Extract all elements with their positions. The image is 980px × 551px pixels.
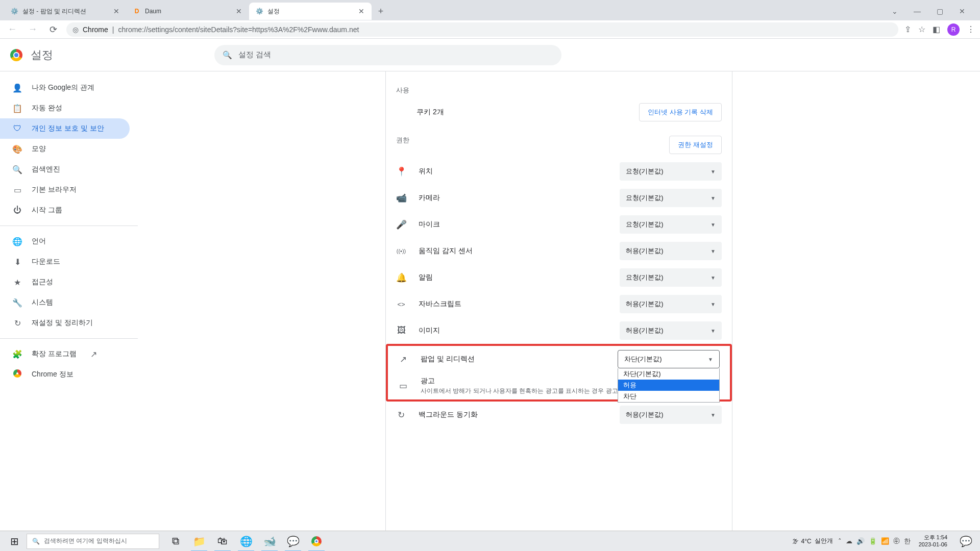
- motion-sensor-dropdown[interactable]: 허용(기본값)▼: [620, 242, 722, 260]
- battery-icon[interactable]: 🔋: [869, 537, 877, 545]
- weather-desc: 실안개: [815, 537, 833, 545]
- tab-strip: ⚙️ 설정 - 팝업 및 리디렉션 ✕ D Daum ✕ ⚙️ 설정 ✕ + ⌄…: [0, 0, 980, 20]
- sidebar-item-autofill[interactable]: 📋자동 완성: [0, 98, 130, 118]
- sidebar-item-privacy[interactable]: 🛡개인 정보 보호 및 보안: [0, 118, 130, 139]
- weather-widget[interactable]: 🌫 4°C 실안개: [792, 537, 833, 545]
- new-tab-button[interactable]: +: [374, 4, 388, 18]
- start-button[interactable]: ⊞: [4, 531, 24, 552]
- sidebar-item-reset[interactable]: ↻재설정 및 정리하기: [0, 313, 130, 333]
- maximize-button[interactable]: ▢: [932, 4, 947, 19]
- close-icon[interactable]: ✕: [112, 7, 120, 15]
- javascript-dropdown[interactable]: 허용(기본값)▼: [620, 295, 722, 313]
- image-icon: 🖼: [396, 325, 406, 336]
- tab-title: Daum: [145, 8, 231, 15]
- close-window-button[interactable]: ✕: [954, 4, 970, 19]
- volume-icon[interactable]: 🔊: [856, 537, 865, 545]
- edge-icon[interactable]: 🌐: [236, 531, 256, 552]
- dropdown-option-allow[interactable]: 허용: [618, 380, 719, 391]
- notifications-icon[interactable]: 💬: [955, 531, 976, 552]
- search-icon: 🔍: [223, 51, 232, 60]
- side-panel-icon[interactable]: ◧: [933, 24, 940, 34]
- shield-icon: 🛡: [12, 124, 22, 133]
- store-icon[interactable]: 🛍: [212, 531, 233, 552]
- tab-search-icon[interactable]: ⌄: [887, 4, 902, 19]
- sidebar-item-accessibility[interactable]: ★접근성: [0, 272, 130, 292]
- sidebar-item-downloads[interactable]: ⬇다운로드: [0, 252, 130, 272]
- chevron-down-icon: ▼: [710, 248, 716, 254]
- popups-dropdown[interactable]: 차단(기본값)▼: [618, 350, 720, 368]
- profile-button[interactable]: R: [947, 23, 960, 36]
- chevron-down-icon: ▼: [710, 302, 716, 307]
- sidebar-item-on-startup[interactable]: ⏻시작 그룹: [0, 200, 130, 220]
- reset-permissions-button[interactable]: 권한 재설정: [669, 136, 722, 154]
- notifications-dropdown[interactable]: 요청(기본값)▼: [620, 268, 722, 287]
- bg-sync-dropdown[interactable]: 허용(기본값)▼: [620, 406, 722, 424]
- sidebar-item-label: 시작 그룹: [32, 206, 62, 215]
- clock[interactable]: 오후 1:54 2023-01-06: [916, 534, 950, 547]
- tab-daum[interactable]: D Daum ✕: [127, 3, 249, 20]
- sidebar-item-label: 나와 Google의 관계: [32, 83, 94, 92]
- sidebar-item-label: 기본 브라우저: [32, 185, 77, 194]
- tab-settings-popups[interactable]: ⚙️ 설정 - 팝업 및 리디렉션 ✕: [4, 3, 127, 20]
- reload-button[interactable]: ⟳: [46, 22, 60, 37]
- time: 오후 1:54: [919, 534, 947, 541]
- chrome-taskbar-icon[interactable]: [306, 531, 327, 552]
- bookmark-icon[interactable]: ☆: [918, 24, 925, 34]
- sidebar-item-you-and-google[interactable]: 👤나와 Google의 관계: [0, 78, 130, 98]
- camera-dropdown[interactable]: 요청(기본값)▼: [620, 189, 722, 207]
- sidebar-item-label: 언어: [32, 237, 46, 246]
- minimize-button[interactable]: ―: [910, 4, 925, 19]
- wifi-icon[interactable]: 📶: [881, 537, 889, 545]
- search-icon: 🔍: [12, 165, 22, 174]
- sidebar-item-system[interactable]: 🔧시스템: [0, 292, 130, 313]
- url-separator: |: [112, 26, 114, 34]
- sidebar-item-default-browser[interactable]: ▭기본 브라우저: [0, 180, 130, 200]
- tray-expand-icon[interactable]: ˄: [838, 537, 842, 545]
- dropdown-option-block[interactable]: 차단: [618, 391, 719, 402]
- highlighted-region: ↗팝업 및 리디렉션 차단(기본값)▼ 차단(기본값) 허용 차단 ▭ 광고: [386, 344, 732, 402]
- weather-icon: 🌫: [792, 538, 798, 545]
- bell-icon: 🔔: [396, 272, 406, 283]
- close-icon[interactable]: ✕: [235, 7, 243, 15]
- clear-data-button[interactable]: 인터넷 사용 기록 삭제: [639, 103, 722, 121]
- motion-sensor-icon: ((•)): [396, 248, 406, 254]
- sidebar-item-appearance[interactable]: 🎨모양: [0, 139, 130, 159]
- kakaotalk-icon[interactable]: 💬: [283, 531, 303, 552]
- external-link-icon: ↗: [89, 349, 99, 359]
- settings-search[interactable]: 🔍 설정 검색: [214, 45, 561, 65]
- sidebar-item-languages[interactable]: 🌐언어: [0, 231, 130, 252]
- weather-temp: 4°C: [801, 538, 812, 545]
- chrome-origin-icon: ◎: [72, 26, 79, 34]
- back-button[interactable]: ←: [5, 22, 19, 37]
- gear-icon: ⚙️: [255, 7, 263, 15]
- sidebar-item-extensions[interactable]: 🧩확장 프로그램↗: [0, 344, 130, 364]
- sidebar-item-label: 확장 프로그램: [32, 349, 77, 359]
- onedrive-icon[interactable]: ☁: [846, 537, 852, 545]
- sidebar-item-about[interactable]: Chrome 정보: [0, 364, 130, 385]
- browser-icon: ▭: [12, 185, 22, 195]
- location-dropdown[interactable]: 요청(기본값)▼: [620, 162, 722, 181]
- tab-settings[interactable]: ⚙️ 설정 ✕: [249, 3, 372, 20]
- ime-icon[interactable]: ㉾: [893, 537, 900, 545]
- chevron-down-icon: ▼: [710, 222, 716, 228]
- close-icon[interactable]: ✕: [357, 7, 365, 15]
- menu-icon[interactable]: ⋮: [967, 24, 975, 34]
- taskbar-search[interactable]: 🔍 검색하려면 여기에 입력하십시: [27, 534, 159, 549]
- whale-icon[interactable]: 🐋: [259, 531, 280, 552]
- search-icon: 🔍: [32, 538, 40, 545]
- forward-button[interactable]: →: [26, 22, 40, 37]
- mic-dropdown[interactable]: 요청(기본값)▼: [620, 215, 722, 234]
- sidebar-item-search-engine[interactable]: 🔍검색엔진: [0, 159, 130, 180]
- explorer-icon[interactable]: 📁: [189, 531, 209, 552]
- url-scheme-label: Chrome: [83, 26, 108, 34]
- sidebar-item-label: 검색엔진: [32, 165, 60, 174]
- person-icon: 👤: [12, 83, 22, 93]
- omnibox[interactable]: ◎ Chrome | chrome://settings/content/sit…: [66, 22, 898, 37]
- dropdown-option-default[interactable]: 차단(기본값): [618, 368, 719, 380]
- input-indicator-icon[interactable]: 한: [904, 537, 911, 546]
- date: 2023-01-06: [919, 541, 947, 548]
- task-view-icon[interactable]: ⧉: [165, 531, 186, 552]
- images-dropdown[interactable]: 허용(기본값)▼: [620, 321, 722, 340]
- app-title: 설정: [31, 47, 53, 63]
- share-icon[interactable]: ⇪: [904, 24, 911, 34]
